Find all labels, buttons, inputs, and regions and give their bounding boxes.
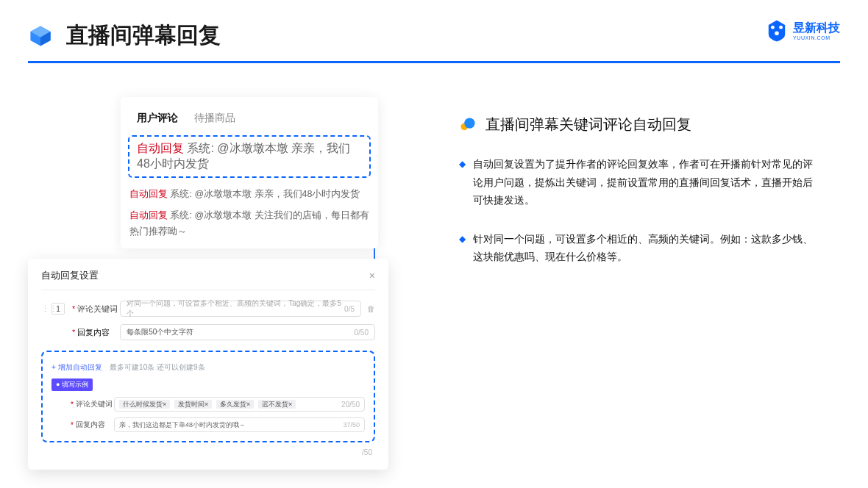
brand-logo: 昱新科技 YUUXIN.COM bbox=[765, 19, 840, 43]
keyword-label: 评论关键词 bbox=[77, 304, 120, 315]
reply-counter: 0/50 bbox=[355, 329, 369, 337]
example-tag: ● 填写示例 bbox=[51, 378, 93, 391]
diamond-icon: ◆ bbox=[459, 155, 466, 209]
tab-user-comments[interactable]: 用户评论 bbox=[137, 112, 178, 125]
keyword-input[interactable]: 对同一个问题，可设置多个相近、高频的关键词，Tag确定，最多5个 0/5 bbox=[120, 301, 361, 317]
ex-reply-input[interactable]: 亲，我们这边都是下单48小时内发货的哦～ 37/50 bbox=[114, 417, 365, 432]
svg-point-4 bbox=[779, 26, 783, 29]
ex-reply-label: 回复内容 bbox=[76, 420, 114, 430]
panel-title: 自动回复设置 bbox=[41, 269, 99, 282]
index-badge: 1 bbox=[51, 303, 65, 315]
comment-text: 系统: @冰墩墩本墩 亲亲，我们48小时内发货 bbox=[170, 189, 360, 199]
bullet-text: 针对同一个问题，可设置多个相近的、高频的关键词。例如：这款多少钱、这块能优惠吗、… bbox=[473, 230, 818, 266]
auto-reply-badge: 自动回复 bbox=[129, 210, 168, 220]
keyword-tag[interactable]: 多久发货× bbox=[216, 400, 254, 409]
cube-icon bbox=[28, 24, 53, 49]
brand-icon bbox=[765, 19, 789, 43]
brand-name: 昱新科技 bbox=[793, 22, 840, 34]
svg-point-3 bbox=[771, 26, 775, 29]
comment-row: 自动回复 系统: @冰墩墩本墩 亲亲，我们48小时内发货 bbox=[121, 184, 378, 205]
tab-pending-goods[interactable]: 待播商品 bbox=[194, 112, 235, 125]
page-title: 直播间弹幕回复 bbox=[66, 21, 221, 51]
ex-reply-value: 亲，我们这边都是下单48小时内发货的哦～ bbox=[119, 420, 246, 430]
ex-reply-counter: 37/50 bbox=[343, 421, 360, 428]
bullet-item: ◆ 针对同一个问题，可设置多个相近的、高频的关键词。例如：这款多少钱、这块能优惠… bbox=[459, 230, 840, 266]
bullet-item: ◆ 自动回复设置为了提升作者的评论回复效率，作者可在开播前针对常见的评论用户问题… bbox=[459, 155, 840, 209]
keyword-tag[interactable]: 迟不发货× bbox=[258, 400, 296, 409]
auto-reply-badge: 自动回复 bbox=[129, 189, 168, 199]
svg-point-5 bbox=[775, 31, 779, 35]
add-auto-reply-link[interactable]: + 增加自动回复 bbox=[51, 363, 102, 371]
bullet-text: 自动回复设置为了提升作者的评论回复效率，作者可在开播前针对常见的评论用户问题，提… bbox=[473, 155, 818, 209]
brand-domain: YUUXIN.COM bbox=[793, 35, 840, 40]
comment-row: 自动回复 系统: @冰墩墩本墩 关注我们的店铺，每日都有热门推荐呦～ bbox=[121, 205, 378, 243]
keyword-tag[interactable]: 发货时间× bbox=[174, 400, 212, 409]
svg-point-7 bbox=[464, 118, 474, 128]
diamond-icon: ◆ bbox=[459, 230, 466, 266]
section-title: 直播间弹幕关键词评论自动回复 bbox=[485, 115, 691, 134]
auto-reply-settings-panel: 自动回复设置 × ⋮⋮ 1 * 评论关键词 对同一个问题，可设置多个相近、高频的… bbox=[28, 259, 388, 470]
ex-keyword-label: 评论关键词 bbox=[76, 399, 114, 409]
reply-input[interactable]: 每条限50个中文字符 0/50 bbox=[120, 324, 375, 340]
delete-icon[interactable]: 🗑 bbox=[367, 304, 375, 313]
keyword-tag[interactable]: 什么时候发货× bbox=[119, 400, 170, 409]
close-icon[interactable]: × bbox=[369, 270, 375, 281]
example-block: + 增加自动回复 最多可建10条 还可以创建9条 ● 填写示例 * 评论关键词 … bbox=[41, 351, 375, 442]
reply-placeholder: 每条限50个中文字符 bbox=[127, 327, 193, 337]
reply-label: 回复内容 bbox=[77, 327, 120, 338]
keyword-counter: 0/5 bbox=[344, 305, 355, 313]
ex-keyword-counter: 20/50 bbox=[341, 401, 360, 409]
keyword-placeholder: 对同一个问题，可设置多个相近、高频的关键词，Tag确定，最多5个 bbox=[127, 298, 344, 319]
auto-reply-badge: 自动回复 bbox=[137, 142, 184, 154]
highlighted-comment: 自动回复 系统: @冰墩墩本墩 亲亲，我们48小时内发货 bbox=[128, 135, 371, 178]
comments-card: 用户评论 待播商品 自动回复 系统: @冰墩墩本墩 亲亲，我们48小时内发货 自… bbox=[121, 97, 378, 248]
add-hint: 最多可建10条 还可以创建9条 bbox=[110, 363, 204, 371]
tail-counter: /50 bbox=[41, 448, 375, 456]
chat-icon bbox=[459, 116, 477, 134]
drag-handle-icon[interactable]: ⋮⋮ bbox=[41, 304, 49, 314]
ex-keyword-tags[interactable]: 什么时候发货× 发货时间× 多久发货× 迟不发货× 20/50 bbox=[114, 397, 365, 412]
